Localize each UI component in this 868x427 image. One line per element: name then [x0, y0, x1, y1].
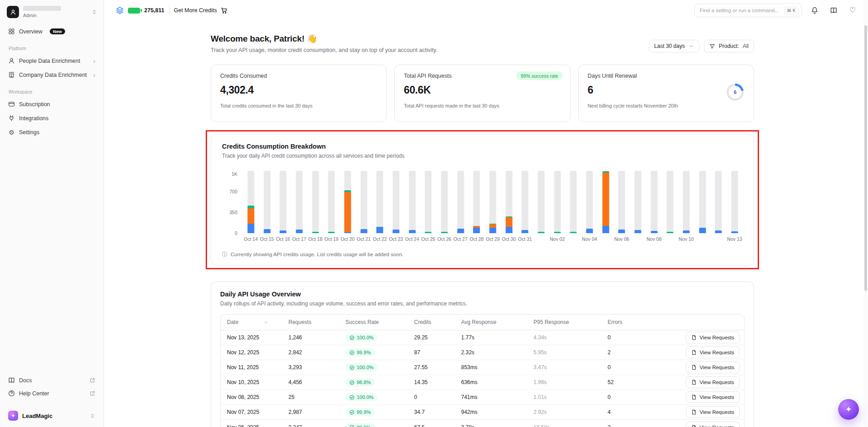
chart-bar-column[interactable] — [485, 171, 501, 233]
view-requests-button[interactable]: View Requests — [686, 332, 740, 343]
chart-bar-column[interactable] — [388, 171, 404, 233]
cell-actions: View Requests — [672, 361, 744, 373]
sidebar-item-overview[interactable]: Overview New — [5, 24, 99, 38]
chart-bar-column[interactable] — [646, 171, 662, 233]
sidebar-item-docs[interactable]: Docs — [5, 374, 99, 387]
chart-bar-column[interactable] — [404, 171, 420, 233]
product-filter-button[interactable]: Product: All — [704, 40, 754, 52]
chart-bar-column[interactable] — [259, 171, 275, 233]
heart-icon: ♡ — [849, 7, 856, 14]
chart-bar-column[interactable] — [726, 171, 743, 233]
assistant-fab-button[interactable]: ✦ — [838, 399, 859, 420]
chevron-right-icon: › — [93, 58, 95, 64]
x-tick-label — [533, 236, 549, 243]
cell-p95-response: 4.34s — [530, 334, 604, 341]
notifications-button[interactable] — [808, 4, 821, 17]
chart-bar-column[interactable] — [517, 171, 533, 233]
bar-segment-blue — [409, 230, 415, 233]
chart-bar-column[interactable] — [275, 171, 291, 233]
chart-bar-column[interactable] — [694, 171, 711, 233]
chart-bar-column[interactable] — [678, 171, 694, 233]
table-header: Date Requests Success Rate Credits Avg R… — [221, 314, 744, 330]
chart-bar-column[interactable] — [307, 171, 324, 233]
person-icon — [8, 57, 15, 64]
chart-bar-column[interactable] — [356, 171, 372, 233]
scrollbar-thumb[interactable] — [864, 25, 867, 291]
command-search[interactable]: ⌘ K — [694, 4, 802, 17]
bar-stack — [280, 171, 287, 233]
cell-requests: 3,247 — [285, 424, 342, 427]
chart-bar-column[interactable] — [291, 171, 307, 233]
chart-bar-column[interactable] — [565, 171, 581, 233]
chart-bar-column[interactable] — [613, 171, 630, 233]
get-more-credits-button[interactable]: Get More Credits — [174, 7, 227, 14]
view-requests-button[interactable]: View Requests — [686, 347, 740, 358]
command-search-input[interactable] — [700, 8, 784, 13]
sidebar-item-label: Overview — [19, 28, 42, 35]
page-header: Welcome back, Patrick! 👋 Track your API … — [211, 33, 754, 53]
sidebar-item-subscription[interactable]: Subscription — [5, 97, 99, 111]
chart-bar-column[interactable] — [453, 171, 469, 233]
cell-errors: 2 — [604, 349, 672, 356]
success-rate-badge: 100.0% — [345, 363, 377, 371]
bar-stack — [457, 171, 464, 233]
chart-bar-column[interactable] — [468, 171, 485, 233]
external-link-icon — [90, 390, 95, 396]
docs-button[interactable] — [827, 4, 840, 17]
chart-bar-column[interactable] — [436, 171, 453, 233]
chart-bar-column[interactable] — [662, 171, 678, 233]
bar-chart: 1K7003500 — [222, 171, 743, 233]
sidebar-item-people-data-enrichment[interactable]: People Data Enrichment › — [5, 54, 99, 68]
sort-chevron-icon — [264, 320, 269, 325]
chart-bar-column[interactable] — [630, 171, 646, 233]
bar-segment-blue — [715, 230, 722, 233]
sidebar-item-help-center[interactable]: Help Center — [5, 387, 99, 400]
view-requests-button[interactable]: View Requests — [686, 422, 740, 427]
view-requests-button[interactable]: View Requests — [686, 376, 740, 388]
workspace-switcher[interactable]: Admin — [0, 0, 104, 23]
sidebar-item-integrations[interactable]: Integrations — [5, 111, 99, 125]
cell-date: Nov 12, 2025 — [221, 349, 285, 356]
cell-success-rate: 100.0% — [342, 333, 410, 342]
chart-bar-column[interactable] — [420, 171, 436, 233]
view-requests-button[interactable]: View Requests — [686, 361, 740, 373]
x-tick-label — [598, 236, 614, 243]
x-tick-label: Nov 06 — [613, 236, 630, 243]
bar-segment-blue — [360, 229, 367, 233]
chart-bar-column[interactable] — [323, 171, 340, 233]
chart-bar-column[interactable] — [533, 171, 549, 233]
cell-errors: 0 — [604, 394, 672, 400]
view-requests-button[interactable]: View Requests — [686, 406, 740, 418]
column-header-date[interactable]: Date — [221, 319, 285, 325]
sidebar-item-company-data-enrichment[interactable]: Company Data Enrichment › — [5, 68, 99, 82]
cell-errors: 4 — [604, 409, 672, 415]
sidebar-item-settings[interactable]: ⚙ Settings — [5, 125, 99, 139]
bar-stack — [602, 171, 609, 233]
chart-bar-column[interactable] — [501, 171, 517, 233]
cell-success-rate: 99.9% — [342, 348, 410, 357]
view-requests-button[interactable]: View Requests — [686, 391, 740, 403]
cell-p95-response: 19.58s — [530, 424, 604, 427]
bar-stack — [425, 171, 432, 233]
column-header-credits: Credits — [410, 319, 458, 325]
stat-caption: Total credits consumed in the last 30 da… — [220, 103, 377, 108]
chart-bar-column[interactable] — [598, 171, 614, 233]
chart-bar-column[interactable] — [340, 171, 356, 233]
info-icon: ⓘ — [222, 252, 227, 257]
cell-credits: 34.7 — [410, 409, 458, 415]
chart-bar-column[interactable] — [549, 171, 566, 233]
bar-segment-green — [328, 232, 335, 233]
chart-x-axis: Oct 14Oct 15Oct 16Oct 17Oct 18Oct 19Oct … — [243, 236, 743, 243]
brand-switcher[interactable]: ✦ LeadMagic — [5, 406, 99, 422]
chart-bar-column[interactable] — [581, 171, 598, 233]
favorites-button[interactable]: ♡ — [846, 4, 859, 17]
chart-bar-column[interactable] — [243, 171, 259, 233]
stat-caption: Next billing cycle restarts November 20t… — [588, 103, 745, 108]
chart-bar-column[interactable] — [710, 171, 726, 233]
date-range-select[interactable]: Last 30 days — [649, 40, 699, 52]
chart-bar-column[interactable] — [372, 171, 388, 233]
x-tick-label: Oct 14 — [243, 236, 259, 243]
renewal-progress-ring: 6 — [726, 84, 744, 101]
table-row: Nov 08, 202525100.0%0741ms1.01s0View Req… — [221, 390, 744, 405]
y-tick-label: 1K — [231, 171, 237, 177]
